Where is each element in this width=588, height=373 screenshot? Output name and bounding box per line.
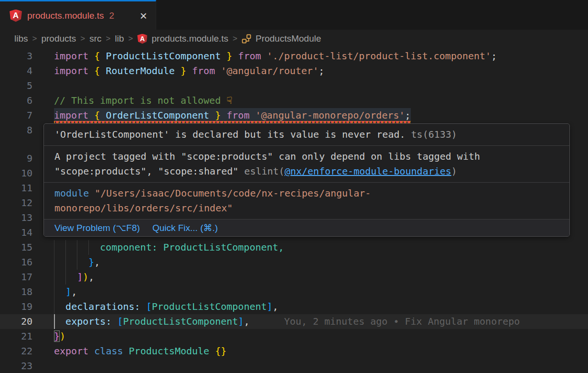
line-number[interactable]: 8	[0, 123, 32, 138]
eslint-rule-link[interactable]: @nx/enforce-module-boundaries	[285, 165, 451, 177]
code-token: ,	[88, 271, 94, 283]
code-token: 'OrderListComponent' is declared but its…	[54, 129, 406, 140]
code-line-content[interactable]: exports: [ProductListComponent],You, 2 m…	[54, 314, 588, 329]
code-token: )	[83, 271, 88, 283]
code-line-content[interactable]	[54, 78, 588, 93]
code-token: {	[94, 65, 106, 77]
code-token: exports:	[65, 316, 111, 327]
line-number[interactable]: 13	[0, 210, 32, 225]
code-token	[54, 301, 65, 312]
code-token: ProductListComponent	[123, 316, 238, 327]
breadcrumb-file[interactable]: products.module.ts	[151, 33, 228, 44]
indent-guide	[77, 240, 77, 255]
breadcrumb-item-src[interactable]: src	[89, 33, 101, 44]
line-number[interactable]: 17	[0, 270, 32, 285]
code-line-19: 19 declarations: [ProductListComponent],	[0, 299, 588, 314]
line-number[interactable]: 22	[0, 344, 32, 359]
line-number[interactable]: 19	[0, 299, 32, 314]
code-token: {	[94, 110, 106, 121]
code-token: ,	[94, 256, 100, 268]
code-line-content[interactable]: // This import is not allowed ☟	[54, 93, 588, 108]
line-number[interactable]: 10	[0, 166, 32, 181]
indent-guide	[65, 255, 66, 270]
git-blame-annotation[interactable]: You, 2 minutes ago • Fix Angular monorep…	[284, 316, 520, 327]
code-line-content[interactable]: ]),	[54, 270, 588, 285]
code-token: declarations:	[65, 301, 140, 312]
code-line-content[interactable]: export class ProductsModule {}	[54, 344, 588, 359]
popup-message-line: module "/Users/isaac/Documents/code/nx-r…	[54, 186, 559, 201]
indent-guide	[88, 240, 89, 255]
code-token: eslint(	[244, 165, 284, 177]
indent-guide	[65, 270, 66, 285]
code-token: ☟	[226, 95, 232, 106]
code-line-content[interactable]: ],	[54, 285, 588, 299]
code-token: )	[451, 165, 457, 177]
line-number[interactable]: 11	[0, 181, 32, 196]
code-token: ]	[65, 286, 71, 297]
code-line-content[interactable]: component: ProductListComponent,	[54, 240, 588, 255]
popup-section-2: A project tagged with "scope:products" c…	[44, 145, 569, 182]
line-number[interactable]: 20	[0, 314, 32, 329]
code-token: "scope:products", "scope:shared"	[54, 165, 244, 177]
code-token: from	[186, 65, 221, 77]
breadcrumb-item-products[interactable]: products	[41, 33, 76, 44]
indent-guide	[54, 270, 54, 285]
code-line-21: 21})	[0, 329, 588, 344]
tab-bar: A products.module.ts 2 ×	[0, 0, 588, 30]
code-token: }	[221, 50, 232, 62]
line-number[interactable]: 18	[0, 285, 32, 299]
close-icon[interactable]: ×	[138, 10, 149, 22]
popup-message-line: "scope:products", "scope:shared" eslint(…	[54, 164, 559, 179]
code-token: ;	[405, 110, 411, 121]
code-line-content[interactable]: },	[54, 255, 588, 270]
code-token: import	[54, 50, 94, 62]
code-token: export	[54, 345, 94, 357]
line-number[interactable]: 23	[0, 359, 32, 373]
line-number[interactable]: 3	[0, 49, 32, 64]
code-token: monorepo/libs/orders/src/index"	[54, 202, 233, 214]
editor[interactable]: 3import { ProductListComponent } from '.…	[0, 48, 588, 373]
popup-message-line: monorepo/libs/orders/src/index"	[54, 201, 559, 216]
line-number[interactable]: 4	[0, 64, 32, 78]
breadcrumb-item-libs[interactable]: libs	[14, 33, 28, 44]
popup-actions: View Problem (⌥F8)Quick Fix... (⌘.)	[44, 219, 569, 236]
code-line-3: 3import { ProductListComponent } from '.…	[0, 49, 588, 64]
code-line-content[interactable]: declarations: [ProductListComponent],	[54, 299, 588, 314]
line-number[interactable]: 6	[0, 93, 32, 108]
code-line-content[interactable]: })	[54, 329, 588, 344]
popup-message-line: 'OrderListComponent' is declared but its…	[54, 127, 559, 142]
breadcrumb-separator: >	[128, 34, 133, 44]
line-number[interactable]: 9	[0, 151, 32, 166]
line-number[interactable]: 16	[0, 255, 32, 270]
code-line-content[interactable]	[54, 359, 588, 373]
code-line-5: 5	[0, 78, 588, 93]
code-token: "/Users/isaac/Documents/code/nx-recipes/…	[89, 187, 371, 199]
breadcrumb-folders: libs>products>src>lib>	[14, 33, 133, 44]
code-token	[54, 256, 88, 268]
code-token: '@angular-monorepo/orders'	[255, 110, 405, 121]
quick-fix-action[interactable]: Quick Fix... (⌘.)	[152, 222, 218, 233]
code-token	[54, 286, 65, 297]
line-number[interactable]: 7	[0, 108, 32, 123]
indent-guide	[54, 240, 54, 255]
line-number[interactable]: 15	[0, 240, 32, 255]
line-number[interactable]: 14	[0, 225, 32, 240]
angular-file-icon: A	[137, 34, 147, 44]
code-token: import	[54, 65, 94, 77]
line-number[interactable]: 21	[0, 329, 32, 344]
code-line-content[interactable]: import { ProductListComponent } from './…	[54, 49, 588, 64]
error-highlighted-statement[interactable]: import { OrderListComponent } from '@ang…	[54, 108, 411, 123]
breadcrumb-item-lib[interactable]: lib	[115, 33, 124, 44]
view-problem-action[interactable]: View Problem (⌥F8)	[54, 222, 140, 233]
breadcrumb-symbol[interactable]: ProductsModule	[256, 33, 321, 44]
tab-title: products.module.ts	[27, 11, 104, 21]
code-line-content[interactable]: import { RouterModule } from '@angular/r…	[54, 64, 588, 78]
code-token: ProductListComponent	[152, 301, 267, 312]
code-line-17: 17 ]),	[0, 270, 588, 285]
line-number[interactable]: 5	[0, 78, 32, 93]
tab-products-module[interactable]: A products.module.ts 2 ×	[0, 0, 156, 30]
line-number[interactable]: 12	[0, 196, 32, 210]
code-line-18: 18 ],	[0, 285, 588, 299]
code-token: from	[232, 50, 267, 62]
code-line-content[interactable]: import { OrderListComponent } from '@ang…	[54, 108, 588, 123]
